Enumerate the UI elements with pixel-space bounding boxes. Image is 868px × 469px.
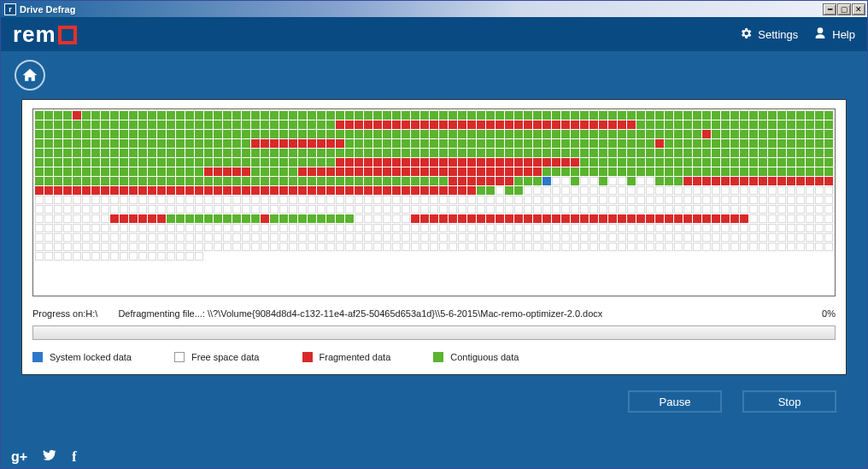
cluster-cell [148,167,156,176]
cluster-cell [467,214,476,223]
cluster-cell [82,243,91,251]
cluster-cell [101,243,109,251]
googleplus-icon[interactable]: g+ [11,449,27,465]
progress-drive-label: Progress on:H:\ [32,308,97,319]
cluster-cell [439,111,448,120]
cluster-cell [270,158,279,167]
cluster-cell [392,186,401,195]
cluster-cell [777,214,786,223]
cluster-cell [571,233,579,242]
cluster-cell [176,196,185,204]
cluster-cell [364,130,372,138]
cluster-cell [740,224,748,232]
cluster-cell [730,177,739,185]
cluster-cell [411,167,419,176]
cluster-cell [101,224,109,232]
cluster-cell [458,224,466,232]
close-button[interactable]: ✕ [852,3,865,15]
cluster-cell [317,167,326,176]
cluster-cell [148,186,156,195]
cluster-cell [759,167,767,176]
facebook-icon[interactable]: f [72,449,76,465]
cluster-cell [242,120,250,129]
cluster-cell [120,158,128,167]
cluster-cell [439,130,448,138]
cluster-cell [35,214,44,223]
cluster-cell [63,177,72,185]
cluster-cell [44,252,53,261]
cluster-cell [561,130,570,138]
cluster-cell [608,167,617,176]
cluster-cell [364,149,372,157]
cluster-cell [627,243,636,251]
cluster-cell [317,205,326,214]
cluster-cell [63,120,72,129]
cluster-cell [439,205,448,214]
cluster-cell [796,243,805,251]
minimize-button[interactable]: ━ [823,3,836,15]
cluster-cell [439,186,448,195]
cluster-cell [232,214,241,223]
cluster-cell [73,186,81,195]
cluster-cell [242,205,250,214]
cluster-cell [636,139,645,148]
help-button[interactable]: Help [813,26,855,43]
cluster-cell [542,111,551,120]
cluster-cell [138,177,147,185]
maximize-button[interactable]: ▢ [837,3,851,15]
cluster-cell [665,139,673,148]
cluster-cell [242,243,250,251]
cluster-cell [721,167,730,176]
cluster-cell [439,120,448,129]
cluster-cell [824,214,833,223]
cluster-cell [270,186,279,195]
cluster-cell [120,149,128,157]
cluster-cell [251,224,260,232]
cluster-cell [261,196,269,204]
cluster-cell [326,111,335,120]
cluster-cell [693,130,701,138]
cluster-cell [44,196,53,204]
cluster-cell [336,233,344,242]
cluster-cell [449,196,457,204]
cluster-cell [261,233,269,242]
cluster-cell [63,196,72,204]
cluster-cell [712,214,720,223]
stop-button[interactable]: Stop [742,390,836,413]
cluster-cell [655,205,664,214]
cluster-cell [571,130,579,138]
cluster-cell [674,196,683,204]
cluster-cell [373,167,382,176]
cluster-cell [514,130,523,138]
cluster-cell [355,205,363,214]
settings-button[interactable]: Settings [739,26,798,43]
cluster-cell [214,167,222,176]
cluster-cell [91,252,100,261]
cluster-cell [505,177,513,185]
cluster-cell [420,243,429,251]
cluster-cell [402,205,410,214]
cluster-cell [777,120,786,129]
cluster-cell [665,167,673,176]
cluster-cell [477,167,485,176]
pause-button[interactable]: Pause [628,390,722,413]
cluster-cell [336,120,344,129]
cluster-cell [740,111,748,120]
cluster-cell [167,214,175,223]
home-button[interactable] [15,60,45,91]
cluster-cell [185,224,194,232]
cluster-cell [298,120,307,129]
cluster-cell [759,149,767,157]
cluster-cell [223,149,232,157]
cluster-cell [542,120,551,129]
cluster-cell [608,158,617,167]
cluster-cell [721,186,730,195]
cluster-cell [636,120,645,129]
cluster-cell [73,252,81,261]
cluster-cell [251,177,260,185]
cluster-cell [176,177,185,185]
cluster-cell [373,158,382,167]
twitter-icon[interactable] [43,448,56,466]
cluster-cell [496,139,504,148]
cluster-cell [721,205,730,214]
